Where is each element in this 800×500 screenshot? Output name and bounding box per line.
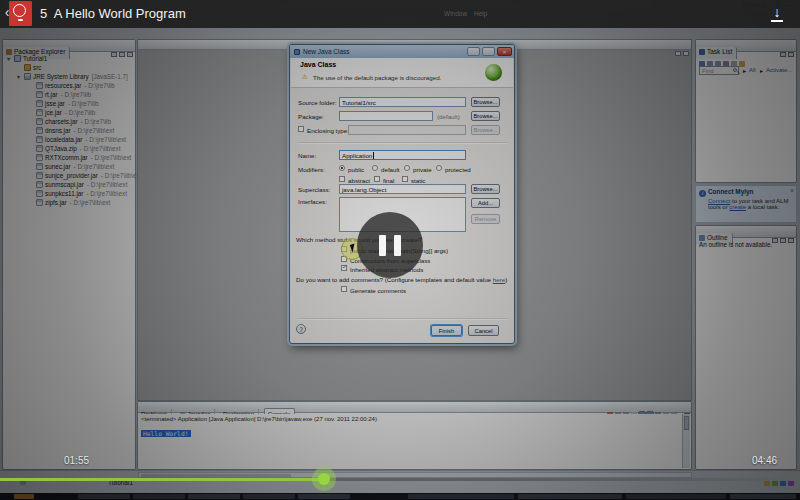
player-top-bar: ‹ 5 A Hello World Program Window Help ↓ bbox=[0, 0, 800, 28]
name-field: Application bbox=[339, 150, 466, 160]
console-panel: Problems @ Javadoc Declaration Console <… bbox=[137, 401, 692, 470]
task-list-panel: Task List Find ▸ All ▸ Activate... bbox=[695, 39, 797, 183]
jar-icon bbox=[36, 181, 43, 188]
console-output-selected: Hello World! bbox=[141, 430, 191, 437]
scrollbar-thumb bbox=[684, 416, 689, 430]
maximize-icon bbox=[788, 238, 794, 243]
jar-icon bbox=[36, 109, 43, 116]
windows-taskbar bbox=[0, 493, 800, 500]
generate-comments-checkbox bbox=[341, 286, 347, 292]
taskbar-button bbox=[626, 494, 726, 499]
scrollbar-thumb bbox=[141, 474, 291, 477]
total-time: 04:46 bbox=[752, 455, 777, 466]
tree-item: resources.jar- D:\jre7\lib bbox=[4, 81, 134, 90]
taskbar-button bbox=[188, 494, 240, 499]
console-body: <terminated> Application [Java Applicati… bbox=[139, 414, 682, 468]
ghost-menu-help: Help bbox=[474, 10, 487, 17]
task-list-header: Task List bbox=[696, 40, 796, 52]
jar-icon bbox=[36, 127, 43, 134]
download-icon: ↓ bbox=[774, 4, 781, 20]
final-checkbox bbox=[374, 176, 380, 182]
source-folder-label: Source folder: bbox=[298, 99, 337, 106]
jar-icon bbox=[36, 136, 43, 143]
pause-icon bbox=[379, 235, 386, 256]
modifiers-label: Modifiers: bbox=[298, 166, 325, 173]
enclosing-type-label: Enclosing type: bbox=[307, 127, 349, 134]
radio-protected bbox=[436, 165, 442, 171]
tree-item: charsets.jar- D:\jre7\lib bbox=[4, 117, 134, 126]
comments-question: Do you want to add comments? (Configure … bbox=[296, 276, 507, 283]
interfaces-label: Interfaces: bbox=[298, 198, 327, 205]
abstract-checkbox bbox=[339, 176, 345, 182]
minimize-icon bbox=[675, 51, 681, 56]
tree-item: RXTXcomm.jar- D:\jre7\lib\ext bbox=[4, 153, 134, 162]
radio-private-label: private bbox=[413, 166, 432, 173]
tree-item: jsse.jar- D:\jre7\lib bbox=[4, 99, 134, 108]
tree-item: ▾Tutorial1 bbox=[4, 54, 134, 63]
here-link: here bbox=[493, 276, 505, 283]
scope-arrow-icon: ▸ bbox=[760, 67, 763, 74]
progress-bar[interactable] bbox=[0, 478, 800, 481]
superclass-field: java.lang.Object bbox=[339, 184, 466, 194]
radio-default bbox=[372, 165, 378, 171]
maximize-icon bbox=[683, 51, 689, 56]
abstract-label: abstract bbox=[348, 177, 370, 184]
progress-thumb[interactable] bbox=[318, 473, 330, 485]
tree-item: src bbox=[4, 63, 134, 72]
jar-icon bbox=[36, 190, 43, 197]
mylyn-body: Connect to your task and ALM tools or cr… bbox=[696, 197, 796, 210]
package-explorer-tree: ▾Tutorial1 src ▾JRE System Library[JavaS… bbox=[4, 54, 134, 207]
enclosing-type-checkbox bbox=[298, 126, 304, 132]
tree-item: QTJava.zip- D:\jre7\lib\ext bbox=[4, 144, 134, 153]
tree-item: localedata.jar- D:\jre7\lib\ext bbox=[4, 135, 134, 144]
package-field bbox=[339, 111, 433, 121]
package-explorer-header: Package Explorer bbox=[3, 40, 135, 52]
warning-text: The use of the default package is discou… bbox=[313, 74, 441, 81]
mylyn-title: Connect Mylyn bbox=[708, 188, 753, 195]
console-process-header: <terminated> Application [Java Applicati… bbox=[139, 414, 682, 422]
src-folder-icon bbox=[24, 64, 31, 71]
tree-item: sunec.jar- D:\jre7\lib\ext bbox=[4, 162, 134, 171]
finish-button: Finish bbox=[431, 325, 462, 336]
taskbar-button bbox=[408, 494, 514, 499]
dialog-heading: Java Class bbox=[300, 61, 336, 68]
task-find-input: Find bbox=[699, 66, 739, 75]
panel-window-buttons bbox=[778, 43, 794, 61]
superclass-label: Superclass: bbox=[298, 186, 330, 193]
jar-icon bbox=[36, 154, 43, 161]
class-wizard-icon bbox=[485, 64, 502, 81]
taskbar-button bbox=[243, 494, 295, 499]
ghost-menu-window: Window bbox=[444, 10, 467, 17]
jar-icon bbox=[36, 82, 43, 89]
browse-source-button: Browse... bbox=[471, 97, 500, 107]
library-icon bbox=[24, 73, 31, 80]
close-icon: × bbox=[790, 187, 794, 194]
minimize-icon bbox=[780, 238, 786, 243]
taskbar-button bbox=[78, 494, 130, 499]
info-icon: i bbox=[699, 190, 706, 197]
view-menu-icon bbox=[772, 238, 778, 243]
expand-icon: ▾ bbox=[17, 73, 24, 82]
browse-superclass-button: Browse... bbox=[471, 184, 500, 194]
remove-interface-button: Remove bbox=[471, 214, 500, 224]
tree-item: sunmscapi.jar- D:\jre7\lib\ext bbox=[4, 180, 134, 189]
minimize-icon bbox=[467, 47, 480, 56]
cancel-button: Cancel bbox=[468, 325, 499, 336]
pause-button[interactable] bbox=[357, 212, 423, 278]
tree-item: jce.jar- D:\jre7\lib bbox=[4, 108, 134, 117]
package-explorer-panel: Package Explorer ▾Tutorial1 src ▾JRE Sys… bbox=[2, 39, 136, 470]
browse-package-button: Browse... bbox=[471, 111, 500, 121]
help-icon: ? bbox=[296, 324, 306, 334]
scope-all: All bbox=[749, 67, 756, 73]
package-default-hint: (default) bbox=[437, 113, 460, 120]
download-button[interactable]: ↓ bbox=[766, 3, 788, 25]
video-player-app: Debug Java Package Explorer ▾Tutorial1 s… bbox=[0, 0, 800, 500]
source-folder-field: Tutorial1/src bbox=[339, 97, 466, 107]
dialog-title: New Java Class bbox=[303, 48, 350, 55]
separator bbox=[297, 318, 507, 319]
progress-played bbox=[0, 478, 324, 481]
taskbar-button bbox=[518, 494, 622, 499]
scope-arrow-icon: ▸ bbox=[743, 67, 746, 74]
minimize-icon bbox=[780, 52, 786, 57]
pause-icon bbox=[394, 235, 401, 256]
